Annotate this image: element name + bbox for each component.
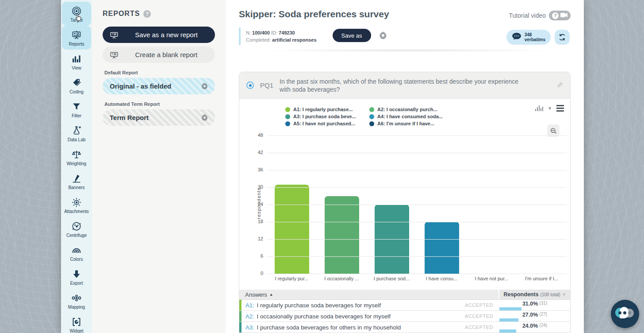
- table-row[interactable]: A2: I occasionally purchase soda beverag…: [239, 311, 570, 322]
- chat-dot: [628, 311, 631, 314]
- chart-area: A1: I regularly purchase... A2: I occasi…: [239, 99, 570, 289]
- save-as-button[interactable]: Save as: [333, 29, 371, 42]
- sidebar-item-weighting[interactable]: Weighting: [62, 145, 91, 169]
- colors-icon: [71, 244, 82, 256]
- create-blank-report-button[interactable]: Create a blank report: [103, 46, 215, 63]
- sort-asc-icon: ▲: [269, 292, 273, 297]
- n-value: 100/400: [252, 30, 270, 35]
- legend-dot: [369, 107, 374, 112]
- sidebar-item-target[interactable]: Target: [62, 2, 91, 26]
- bar-a1[interactable]: [275, 185, 309, 274]
- id-value: 749230: [279, 30, 295, 35]
- report-item-original[interactable]: Original - as fielded: [103, 78, 215, 94]
- respondents-progress-bar: [499, 307, 521, 310]
- tutorial-video-link[interactable]: Tutorial video ?: [509, 11, 571, 20]
- respondents-cell: 27.0% (27): [498, 311, 570, 321]
- sidebar-item-label: Colors: [70, 257, 83, 262]
- default-report-section-label: Default Report: [104, 70, 215, 75]
- answer-status: ACCEPTED: [465, 314, 493, 319]
- zoom-out-button[interactable]: [547, 124, 560, 137]
- table-row[interactable]: A3: I purchase soda beverages for others…: [239, 322, 570, 333]
- answers-column-header[interactable]: Answers ▲: [239, 290, 498, 300]
- sidebar-item-label: Coding: [69, 89, 84, 94]
- sidebar-item-filter[interactable]: Filter: [62, 97, 91, 121]
- sidebar-item-coding[interactable]: Coding: [62, 74, 91, 97]
- legend-item: A1: I regularly purchase...: [285, 107, 369, 112]
- help-icon[interactable]: ?: [143, 10, 151, 18]
- export-icon: [71, 268, 82, 280]
- sidebar-item-label: Banners: [68, 185, 84, 190]
- answer-status: ACCEPTED: [465, 325, 493, 330]
- answer-text: I occasionally purchase soda beverages f…: [257, 313, 391, 320]
- sidebar-item-centrifuge[interactable]: Centrifuge: [62, 217, 91, 241]
- settings-gear-icon[interactable]: [378, 31, 388, 42]
- legend-item: A2: I occasionally purch...: [369, 107, 453, 112]
- table-row[interactable]: A1: I regularly purchase soda beverages …: [239, 300, 570, 311]
- legend-dot: [285, 107, 290, 112]
- coding-icon: [71, 77, 82, 89]
- completed-label: Completed:: [246, 37, 271, 43]
- answer-color-strip: [239, 311, 242, 321]
- report-item-label: Term Report: [110, 114, 149, 121]
- widget-icon: [71, 316, 82, 328]
- chevron-down-icon[interactable]: ▼: [548, 106, 552, 111]
- verbatims-badge[interactable]: 348 verbatims: [506, 30, 551, 45]
- sidebar-item-export[interactable]: Export: [62, 265, 91, 289]
- answer-text: I purchase soda beverages for others in …: [257, 324, 401, 331]
- sidebar-item-reports[interactable]: Reports: [62, 26, 91, 50]
- gear-icon[interactable]: [200, 82, 209, 90]
- filter-icon: [71, 101, 82, 112]
- sidebar-item-view[interactable]: View: [62, 50, 91, 74]
- legend-item: A4: I have consumed soda...: [369, 114, 453, 119]
- refresh-button[interactable]: [555, 30, 570, 45]
- y-ticks: 0612182430364248: [245, 136, 263, 274]
- bar-a2[interactable]: [325, 196, 359, 274]
- answer-text: I regularly purchase soda beverages for …: [257, 302, 381, 309]
- bar-a4[interactable]: [425, 222, 459, 274]
- sidebar-item-colors[interactable]: Colors: [62, 241, 91, 265]
- sidebar-item-label: Attachments: [64, 209, 89, 214]
- legend-item: A3: I purchase soda beve...: [285, 114, 369, 119]
- question-mark-icon: ?: [552, 12, 559, 19]
- icon-sidebar: Target Reports View Coding Filter: [61, 0, 92, 333]
- main-content: Skipper: Soda preferences survey Tutoria…: [226, 0, 584, 333]
- sidebar-item-data-lab[interactable]: Data Lab: [62, 121, 91, 145]
- chart-type-icon[interactable]: [535, 105, 544, 111]
- video-camera-icon: [560, 12, 567, 19]
- sidebar-item-attachments[interactable]: Attachments: [62, 193, 91, 217]
- chart-menu-icon[interactable]: [556, 105, 564, 112]
- banners-icon: [71, 173, 82, 184]
- edit-pencil-icon[interactable]: ✎: [556, 81, 563, 90]
- view-icon: [71, 53, 82, 65]
- sidebar-item-banners[interactable]: Banners: [62, 169, 91, 193]
- answer-color-strip: [239, 322, 242, 333]
- sidebar-item-label: View: [72, 66, 81, 70]
- id-label: ID:: [271, 30, 277, 35]
- legend-dot: [285, 114, 290, 119]
- tutorial-video-label: Tutorial video: [509, 12, 546, 19]
- sidebar-item-label: Filter: [72, 113, 81, 118]
- sidebar-item-label: Export: [70, 281, 83, 286]
- term-report-section-label: Automated Term Report: [104, 101, 215, 107]
- respondents-column-header[interactable]: Respondents (100 total) ▼: [498, 290, 570, 300]
- x-axis-labels: I regularly pur... I occasionally ... I …: [267, 276, 567, 281]
- chat-widget-button[interactable]: [611, 300, 639, 328]
- verbatims-count: 348: [525, 32, 545, 37]
- gear-icon[interactable]: [200, 113, 209, 122]
- sidebar-item-widget[interactable]: Widget: [62, 313, 91, 333]
- radio-selected-icon[interactable]: [246, 81, 254, 89]
- plot-area: [267, 136, 567, 274]
- completed-value: artificial responses: [272, 37, 316, 43]
- sidebar-item-label: Widget: [69, 329, 83, 333]
- divider-shadow: [245, 50, 571, 52]
- answer-code: A3:: [245, 324, 254, 331]
- report-item-term[interactable]: Term Report: [103, 109, 215, 126]
- sidebar-item-label: Centrifuge: [66, 233, 87, 238]
- save-as-new-report-button[interactable]: Save as a new report: [103, 27, 215, 43]
- reports-panel: REPORTS ? Save as a new report Create a …: [92, 0, 226, 333]
- hand-cursor-icon: [74, 13, 83, 22]
- sidebar-item-mapping[interactable]: Mapping: [62, 289, 91, 313]
- answers-table: Answers ▲ Respondents (100 total) ▼ A1: …: [239, 290, 570, 333]
- verbatims-label: verbatims: [525, 37, 545, 42]
- reports-panel-title: REPORTS: [103, 10, 140, 18]
